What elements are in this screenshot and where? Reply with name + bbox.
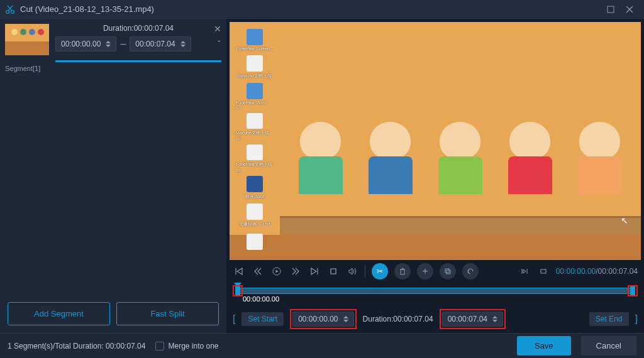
svg-point-1	[11, 10, 14, 13]
bracket-close-icon: ]	[635, 313, 638, 325]
spin-down-icon[interactable]	[180, 45, 186, 47]
merge-checkbox[interactable]: Merge into one	[155, 342, 218, 350]
cut-tool-button[interactable]: ✂	[372, 263, 388, 279]
save-button[interactable]: Save	[517, 336, 571, 355]
start-time-input[interactable]: 00:00:00.00	[292, 312, 353, 327]
out-point-button[interactable]	[537, 265, 550, 278]
spin-up-icon[interactable]	[180, 41, 186, 43]
segment-duration-label: Duration:00:00:07.04	[55, 24, 221, 33]
duration-display: Duration:00:00:07.04	[363, 315, 433, 323]
svg-rect-11	[541, 269, 546, 273]
video-preview: FonePaw Screen... Inovideo文档上传 FonePaw V…	[230, 22, 641, 260]
next-segment-button[interactable]	[308, 265, 321, 278]
copy-button[interactable]	[440, 263, 456, 279]
stop-button[interactable]	[327, 265, 340, 278]
footer-summary: 1 Segment(s)/Total Duration: 00:00:07.04	[8, 342, 145, 350]
spin-up-icon[interactable]	[343, 316, 348, 318]
svg-line-3	[8, 6, 12, 11]
svg-rect-8	[331, 269, 336, 274]
timeline-in-handle[interactable]	[233, 285, 243, 296]
timeline-out-handle[interactable]	[628, 285, 638, 296]
set-start-button[interactable]: Set Start	[242, 312, 284, 326]
expand-segment-icon[interactable]: ⌄	[216, 36, 221, 43]
window-title: Cut (Video_21-08-12_13-35-21.mp4)	[20, 4, 601, 14]
close-button[interactable]	[620, 0, 639, 19]
play-button[interactable]	[270, 265, 283, 278]
titlebar: Cut (Video_21-08-12_13-35-21.mp4)	[0, 0, 644, 19]
step-forward-button[interactable]	[289, 265, 302, 278]
playback-controls: ✂ + 00:00:00.00/00:00:07.04	[226, 260, 644, 283]
segment-end-time-input[interactable]: 00:00:07.04	[130, 36, 191, 52]
footer: 1 Segment(s)/Total Duration: 00:00:07.04…	[0, 333, 644, 358]
delete-button[interactable]	[394, 263, 411, 279]
segment-label: Segment[1]	[0, 65, 226, 77]
spin-down-icon[interactable]	[106, 45, 111, 47]
in-point-button[interactable]	[518, 265, 531, 278]
svg-rect-9	[445, 269, 449, 273]
add-button[interactable]: +	[417, 263, 433, 279]
step-back-button[interactable]	[252, 265, 264, 278]
svg-line-2	[8, 6, 13, 11]
remove-segment-icon[interactable]: ✕	[214, 24, 221, 34]
checkbox-icon	[155, 342, 164, 350]
spin-down-icon[interactable]	[343, 320, 348, 322]
spin-up-icon[interactable]	[492, 316, 497, 318]
playback-time-display: 00:00:00.00/00:00:07.04	[556, 267, 638, 276]
fast-split-button[interactable]: Fast Split	[116, 302, 219, 325]
spin-up-icon[interactable]	[106, 41, 111, 43]
svg-rect-10	[447, 270, 450, 274]
timeline[interactable]: 00:00:00.00	[226, 283, 644, 305]
svg-rect-4	[608, 6, 614, 13]
add-segment-button[interactable]: Add Segment	[8, 302, 110, 325]
segment-start-time-input[interactable]: 00:00:00.00	[55, 36, 116, 52]
maximize-button[interactable]	[601, 0, 620, 19]
set-end-button[interactable]: Set End	[589, 312, 629, 326]
cursor-icon: ↖	[621, 215, 628, 225]
segment-item[interactable]: Duration:00:00:07.04 00:00:00.00 – 00:00…	[0, 19, 226, 60]
cancel-button[interactable]: Cancel	[581, 336, 636, 355]
spin-down-icon[interactable]	[492, 320, 497, 322]
cut-icon	[5, 4, 15, 14]
segment-thumbnail	[5, 24, 49, 55]
segments-panel: Duration:00:00:07.04 00:00:00.00 – 00:00…	[0, 19, 226, 333]
end-time-input[interactable]: 00:00:07.04	[442, 312, 503, 327]
volume-button[interactable]	[346, 265, 358, 278]
setpoints-bar: [ Set Start 00:00:00.00 Duration:00:00:0…	[226, 305, 644, 333]
svg-point-0	[6, 10, 9, 13]
undo-button[interactable]	[462, 263, 479, 279]
prev-segment-button[interactable]	[233, 265, 245, 278]
bracket-open-icon: [	[233, 313, 235, 325]
segment-progress-bar	[55, 60, 221, 62]
preview-desktop-icons: FonePaw Screen... Inovideo文档上传 FonePaw V…	[236, 28, 280, 254]
